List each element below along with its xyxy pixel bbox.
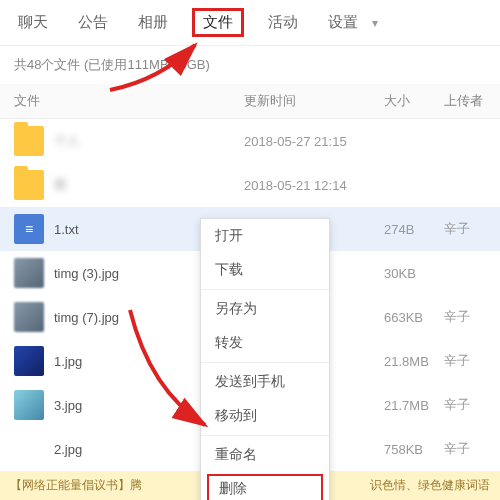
chevron-down-icon[interactable]: ▾	[372, 16, 378, 30]
col-uploader[interactable]: 上传者	[444, 92, 486, 110]
context-menu-item[interactable]: 打开	[201, 219, 329, 253]
file-uploader: 辛子	[444, 220, 486, 238]
thumbnail-icon	[14, 302, 44, 332]
tab-settings[interactable]: 设置	[322, 9, 364, 36]
col-time[interactable]: 更新时间	[244, 92, 384, 110]
file-size: 663KB	[384, 310, 444, 325]
document-icon: ≡	[14, 214, 44, 244]
file-name: 图	[54, 176, 244, 194]
footer-right: 识色情、绿色健康词语	[370, 477, 490, 494]
thumbnail-icon	[14, 390, 44, 420]
file-uploader: 辛子	[444, 396, 486, 414]
folder-row[interactable]: 个人2018-05-27 21:15	[0, 119, 500, 163]
file-time: 2018-05-27 21:15	[244, 134, 384, 149]
tab-bar: 聊天 公告 相册 文件 活动 设置 ▾	[0, 0, 500, 46]
thumbnail-icon	[14, 258, 44, 288]
context-menu-item[interactable]: 重命名	[201, 438, 329, 472]
tab-album[interactable]: 相册	[132, 9, 174, 36]
folder-row[interactable]: 图2018-05-21 12:14	[0, 163, 500, 207]
file-uploader: 辛子	[444, 308, 486, 326]
storage-summary: 共48个文件 (已使用111MB/10GB)	[0, 46, 500, 84]
file-size: 274B	[384, 222, 444, 237]
annotation-arrow-icon	[100, 40, 220, 100]
file-uploader: 辛子	[444, 440, 486, 458]
tab-notice[interactable]: 公告	[72, 9, 114, 36]
thumbnail-icon	[14, 346, 44, 376]
file-uploader: 辛子	[444, 352, 486, 370]
annotation-arrow-icon	[120, 300, 240, 440]
folder-icon	[14, 170, 44, 200]
tab-chat[interactable]: 聊天	[12, 9, 54, 36]
file-name: 个人	[54, 132, 244, 150]
context-menu-item[interactable]: 删除	[207, 474, 323, 500]
file-size: 21.8MB	[384, 354, 444, 369]
footer-left: 【网络正能量倡议书】腾	[10, 477, 142, 494]
tab-activity[interactable]: 活动	[262, 9, 304, 36]
file-time: 2018-05-21 12:14	[244, 178, 384, 193]
thumbnail-icon	[14, 434, 44, 464]
file-size: 21.7MB	[384, 398, 444, 413]
file-size: 30KB	[384, 266, 444, 281]
col-size[interactable]: 大小	[384, 92, 444, 110]
column-headers: 文件 更新时间 大小 上传者	[0, 84, 500, 119]
tab-files[interactable]: 文件	[192, 8, 244, 37]
file-size: 758KB	[384, 442, 444, 457]
context-menu-item[interactable]: 下载	[201, 253, 329, 287]
folder-icon	[14, 126, 44, 156]
